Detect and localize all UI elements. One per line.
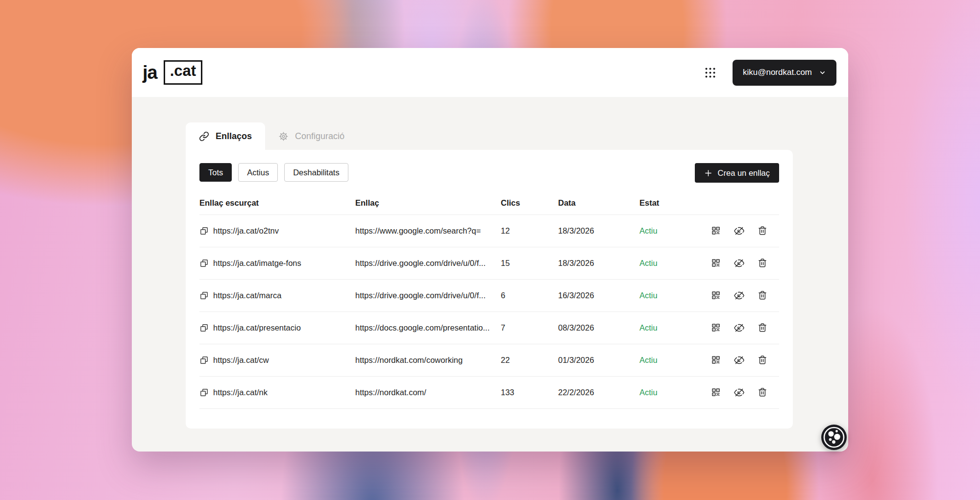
tab-label: Configuració	[295, 131, 344, 142]
qr-code-button[interactable]	[711, 387, 721, 398]
eye-off-icon	[734, 323, 744, 333]
disable-link-button[interactable]	[734, 323, 744, 333]
short-link-cell: https://ja.cat/marca	[199, 291, 355, 300]
filter-deshabilitats-button[interactable]: Deshabilitats	[284, 163, 348, 182]
status-badge: Actiu	[639, 323, 711, 333]
clics-value: 6	[501, 291, 558, 300]
filter-tots-button[interactable]: Tots	[199, 163, 232, 182]
logo: ja .cat	[143, 60, 202, 84]
tab-bar: Enllaços Configuració	[186, 122, 358, 150]
row-actions	[711, 290, 782, 301]
disable-link-button[interactable]	[734, 355, 744, 365]
table-row: https://ja.cat/marca https://drive.googl…	[199, 280, 779, 312]
delete-link-button[interactable]	[758, 323, 767, 333]
status-badge: Actiu	[639, 291, 711, 300]
tab-label: Enllaços	[216, 131, 252, 142]
target-link-text: https://drive.google.com/drive/u/0/f...	[355, 259, 501, 268]
target-link-text: https://drive.google.com/drive/u/0/f...	[355, 291, 501, 300]
short-link-text: https://ja.cat/presentacio	[213, 323, 301, 333]
apps-grid-button[interactable]	[703, 65, 718, 80]
target-link-text: https://www.google.com/search?q=	[355, 226, 501, 236]
tab-configuracio[interactable]: Configuració	[265, 122, 358, 150]
copy-link-button[interactable]	[199, 388, 209, 397]
copy-link-button[interactable]	[199, 323, 209, 333]
clics-value: 133	[501, 388, 558, 397]
date-value: 01/3/2026	[558, 356, 639, 365]
chevron-down-icon	[819, 69, 826, 76]
copy-icon	[199, 356, 209, 365]
filter-bar: Tots Actius Deshabilitats Crea un enllaç	[199, 163, 779, 183]
trash-icon	[758, 387, 767, 397]
trash-icon	[758, 355, 767, 365]
logo-text-cat: .cat	[164, 60, 202, 84]
qr-code-button[interactable]	[711, 290, 721, 301]
disable-link-button[interactable]	[734, 290, 744, 301]
date-value: 18/3/2026	[558, 226, 639, 236]
delete-link-button[interactable]	[758, 258, 767, 268]
table-header-row: Enllaç escurçat Enllaç Clics Data Estat	[199, 191, 779, 215]
short-link-cell: https://ja.cat/cw	[199, 356, 355, 365]
short-link-text: https://ja.cat/o2tnv	[213, 226, 279, 236]
table-body: https://ja.cat/o2tnv https://www.google.…	[199, 215, 779, 409]
row-actions	[711, 258, 782, 268]
plus-icon	[704, 169, 712, 177]
qr-code-icon	[711, 258, 721, 268]
filter-group: Tots Actius Deshabilitats	[199, 163, 348, 182]
column-header-data: Data	[558, 198, 639, 208]
short-link-text: https://ja.cat/imatge-fons	[213, 259, 301, 268]
delete-link-button[interactable]	[758, 387, 767, 398]
trash-icon	[758, 226, 767, 236]
delete-link-button[interactable]	[758, 226, 767, 236]
copy-icon	[199, 259, 209, 268]
copy-link-button[interactable]	[199, 226, 209, 236]
clics-value: 15	[501, 259, 558, 268]
cookie-consent-button[interactable]	[821, 424, 847, 451]
date-value: 18/3/2026	[558, 259, 639, 268]
date-value: 22/2/2026	[558, 388, 639, 397]
column-header-short: Enllaç escurçat	[199, 198, 355, 208]
row-actions	[711, 355, 782, 365]
status-badge: Actiu	[639, 388, 711, 397]
status-badge: Actiu	[639, 226, 711, 236]
eye-off-icon	[734, 387, 744, 398]
gear-icon	[278, 131, 289, 142]
trash-icon	[758, 290, 767, 300]
qr-code-icon	[711, 226, 721, 236]
delete-link-button[interactable]	[758, 355, 767, 365]
create-link-button[interactable]: Crea un enllaç	[695, 163, 779, 183]
clics-value: 12	[501, 226, 558, 236]
short-link-cell: https://ja.cat/nk	[199, 388, 355, 397]
account-menu-button[interactable]: kiku@nordkat.com	[733, 60, 836, 86]
short-link-cell: https://ja.cat/o2tnv	[199, 226, 355, 236]
date-value: 08/3/2026	[558, 323, 639, 333]
disable-link-button[interactable]	[734, 387, 744, 398]
copy-link-button[interactable]	[199, 356, 209, 365]
eye-off-icon	[734, 290, 744, 301]
column-header-estat: Estat	[639, 198, 711, 208]
qr-code-button[interactable]	[711, 355, 721, 365]
table-row: https://ja.cat/nk https://nordkat.com/ 1…	[199, 377, 779, 409]
copy-link-button[interactable]	[199, 291, 209, 300]
links-table: Enllaç escurçat Enllaç Clics Data Estat …	[199, 191, 779, 409]
short-link-text: https://ja.cat/marca	[213, 291, 281, 300]
disable-link-button[interactable]	[734, 258, 744, 268]
logo-text-ja: ja	[143, 62, 157, 83]
disable-link-button[interactable]	[734, 226, 744, 236]
short-link-text: https://ja.cat/nk	[213, 388, 268, 397]
copy-link-button[interactable]	[199, 259, 209, 268]
short-link-cell: https://ja.cat/presentacio	[199, 323, 355, 333]
copy-icon	[199, 323, 209, 333]
row-actions	[711, 323, 782, 333]
tab-enllacos[interactable]: Enllaços	[186, 122, 265, 150]
cookie-icon	[821, 424, 847, 451]
clics-value: 22	[501, 356, 558, 365]
apps-grid-icon	[705, 67, 716, 78]
qr-code-button[interactable]	[711, 258, 721, 268]
create-link-label: Crea un enllaç	[718, 168, 770, 178]
filter-actius-button[interactable]: Actius	[238, 163, 278, 182]
target-link-text: https://nordkat.com/	[355, 388, 501, 397]
qr-code-button[interactable]	[711, 323, 721, 333]
delete-link-button[interactable]	[758, 290, 767, 301]
copy-icon	[199, 388, 209, 397]
qr-code-button[interactable]	[711, 226, 721, 236]
